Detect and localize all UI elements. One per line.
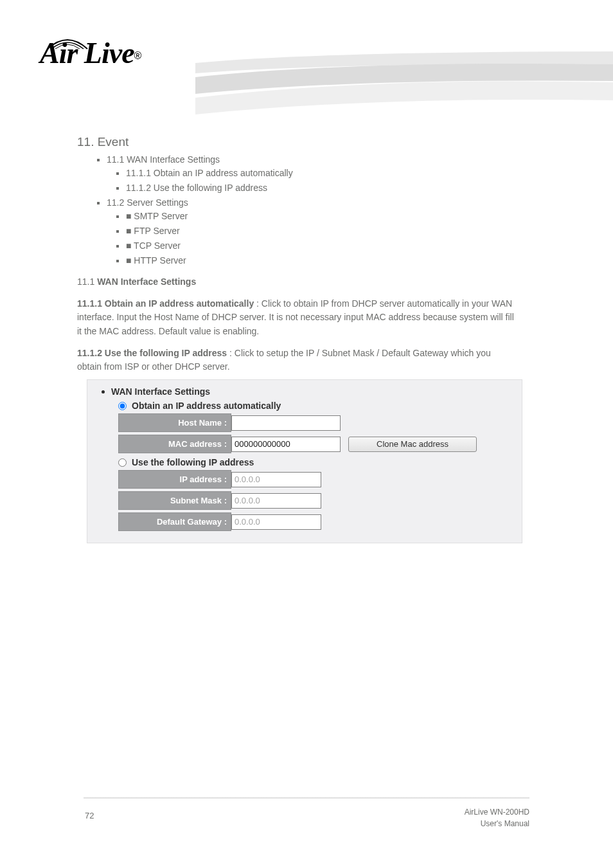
host-name-input[interactable] bbox=[231, 415, 341, 431]
table-of-contents: 11.1 WAN Interface Settings 11.1.1 Obtai… bbox=[95, 153, 613, 267]
radio-static-ip[interactable] bbox=[118, 458, 127, 467]
toc-item: ■ TCP Server bbox=[126, 239, 613, 253]
default-gateway-label: Default Gateway : bbox=[118, 512, 231, 531]
toc-item: ■ SMTP Server bbox=[126, 210, 613, 223]
toc-item: ■ HTTP Server bbox=[126, 254, 613, 267]
field-row: Default Gateway : bbox=[118, 512, 513, 531]
mac-address-label: MAC address : bbox=[118, 435, 231, 453]
clone-mac-button[interactable]: Clone Mac address bbox=[348, 437, 477, 452]
ip-address-input[interactable] bbox=[231, 472, 321, 487]
toc-item: 11.1.1 Obtain an IP address automaticall… bbox=[126, 167, 613, 180]
wan-settings-panel: WAN Interface Settings Obtain an IP addr… bbox=[87, 379, 522, 543]
mac-address-input[interactable] bbox=[231, 437, 341, 452]
body-paragraph: 11.1 WAN Interface Settings bbox=[77, 275, 514, 289]
footer-brand: AirLive WN-200HD User's Manual bbox=[465, 807, 529, 829]
radio-obtain-auto[interactable] bbox=[118, 402, 127, 410]
field-row: IP address : bbox=[118, 470, 513, 489]
toc-item: 11.2 Server Settings ■ SMTP Server ■ FTP… bbox=[107, 196, 613, 267]
field-row: Subnet Mask : bbox=[118, 491, 513, 510]
toc-item: 11.1 WAN Interface Settings 11.1.1 Obtai… bbox=[107, 153, 613, 195]
radio-static-ip-label: Use the following IP address bbox=[132, 457, 254, 467]
default-gateway-input[interactable] bbox=[231, 514, 321, 530]
chapter-title: 11. Event bbox=[77, 135, 613, 149]
radio-obtain-auto-label: Obtain an IP address automatically bbox=[132, 401, 281, 411]
brand-logo: Air Live® bbox=[40, 36, 175, 81]
toc-item: ■ FTP Server bbox=[126, 224, 613, 238]
registered-mark-icon: ® bbox=[134, 50, 142, 61]
field-row: MAC address : Clone Mac address bbox=[118, 435, 513, 453]
page-header: Air Live® bbox=[0, 0, 613, 116]
logo-arc-icon bbox=[45, 35, 90, 51]
bullet-icon bbox=[102, 390, 105, 393]
header-swoosh bbox=[195, 51, 613, 116]
body-paragraph: 11.1.2 Use the following IP address : Cl… bbox=[77, 347, 514, 374]
body-paragraph: 11.1.1 Obtain an IP address automaticall… bbox=[77, 297, 514, 339]
page-number: 72 bbox=[85, 811, 94, 820]
panel-title: WAN Interface Settings bbox=[111, 386, 210, 397]
ip-address-label: IP address : bbox=[118, 470, 231, 489]
field-row: Host Name : bbox=[118, 413, 513, 432]
host-name-label: Host Name : bbox=[118, 413, 231, 432]
subnet-mask-input[interactable] bbox=[231, 493, 321, 509]
footer-separator bbox=[84, 797, 529, 799]
subnet-mask-label: Subnet Mask : bbox=[118, 491, 231, 510]
toc-item: 11.1.2 Use the following IP address bbox=[126, 181, 613, 195]
